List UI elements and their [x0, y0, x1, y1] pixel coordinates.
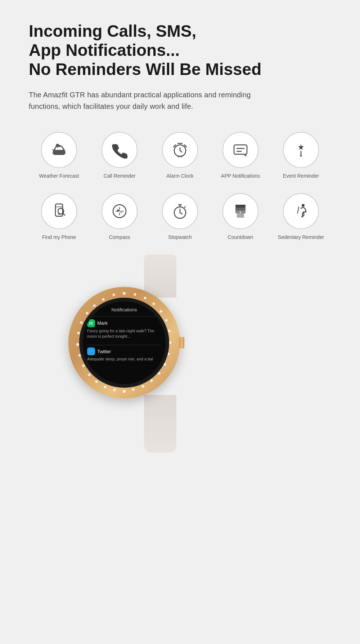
feature-stopwatch: Stopwatch	[151, 193, 209, 240]
svg-point-14	[134, 293, 136, 296]
svg-point-28	[113, 388, 116, 391]
compass-icon	[102, 193, 138, 229]
svg-point-25	[142, 385, 144, 387]
feature-event-reminder: Event Reminder	[272, 132, 330, 179]
svg-point-40	[113, 293, 115, 296]
svg-point-4	[300, 155, 302, 156]
feature-sedentary-reminder: Sedentary Reminder	[272, 193, 330, 240]
svg-point-18	[165, 319, 168, 321]
svg-point-27	[123, 390, 126, 393]
svg-point-1	[56, 144, 59, 147]
notification-item-1: ✉ Mark Fancy going for a late-night walk…	[87, 319, 161, 339]
watch-screen: Notifications ✉ Mark Fancy going for a l…	[83, 301, 166, 384]
call-reminder-label: Call Reminder	[104, 173, 136, 179]
feature-compass: Compass	[91, 193, 148, 240]
feature-app-notifications: APP Notifications	[212, 132, 269, 179]
alarm-clock-label: Alarm Clock	[166, 173, 193, 179]
call-reminder-icon	[102, 132, 138, 168]
headline-line2: App Notifications...	[29, 41, 180, 59]
stopwatch-icon	[162, 193, 198, 229]
svg-point-10	[180, 205, 181, 206]
svg-point-15	[144, 297, 147, 299]
svg-point-26	[132, 388, 135, 391]
svg-point-23	[158, 372, 161, 374]
feature-call-reminder: Call Reminder	[91, 132, 148, 179]
svg-point-17	[160, 310, 162, 312]
twitter-icon: 🐦	[87, 347, 95, 355]
svg-point-32	[82, 364, 85, 367]
svg-rect-3	[234, 145, 247, 154]
wechat-icon: ✉	[87, 319, 95, 327]
features-row-2: Find my Phone Compass	[29, 193, 331, 240]
headline: Incoming Calls, SMS, App Notifications..…	[29, 22, 331, 79]
weather-forecast-label: Weather Forecast	[39, 173, 79, 179]
feature-alarm-clock: Alarm Clock	[151, 132, 209, 179]
feature-weather-forecast: Weather Forecast	[30, 132, 88, 179]
event-reminder-label: Event Reminder	[283, 173, 319, 179]
stopwatch-label: Stopwatch	[168, 234, 192, 240]
svg-point-37	[86, 312, 89, 314]
notif-message-1: Fancy going for a late-night walk? The m…	[87, 328, 161, 339]
svg-point-19	[168, 329, 171, 332]
headline-line1: Incoming Calls, SMS,	[29, 22, 196, 40]
notif-message-2: Adequate sleep, prope rise, and a bal	[87, 356, 161, 362]
find-my-phone-label: Find my Phone	[42, 234, 76, 240]
find-my-phone-icon	[41, 193, 77, 229]
sedentary-reminder-icon	[283, 193, 319, 229]
notif-header-2: 🐦 Twitter	[87, 347, 161, 355]
alarm-clock-icon	[162, 132, 198, 168]
feature-find-my-phone: Find my Phone	[30, 193, 88, 240]
notif-sender-1: Mark	[97, 320, 108, 326]
watch-screen-outer: Notifications ✉ Mark Fancy going for a l…	[79, 298, 169, 388]
svg-point-8	[113, 205, 126, 218]
description-text: The Amazfit GTR has abundant practical a…	[29, 89, 281, 112]
svg-point-24	[150, 379, 153, 382]
svg-point-29	[104, 386, 107, 388]
feature-countdown: Countdown	[212, 193, 269, 240]
watch-strap-bottom	[144, 395, 176, 453]
compass-label: Compass	[109, 234, 130, 240]
app-notifications-label: APP Notifications	[221, 173, 260, 179]
notif-divider	[87, 345, 161, 345]
svg-point-38	[93, 304, 96, 307]
svg-point-30	[95, 380, 98, 383]
svg-rect-11	[235, 205, 246, 208]
svg-point-39	[102, 298, 105, 301]
svg-point-13	[123, 292, 126, 295]
svg-point-35	[77, 332, 80, 334]
event-reminder-icon	[283, 132, 319, 168]
watch-case: Notifications ✉ Mark Fancy going for a l…	[68, 287, 180, 399]
watch-crown	[179, 337, 184, 348]
watch-container: Notifications ✉ Mark Fancy going for a l…	[104, 254, 256, 453]
app-notifications-icon	[222, 132, 258, 168]
svg-point-12	[302, 204, 305, 207]
svg-point-16	[153, 302, 155, 305]
sedentary-reminder-label: Sedentary Reminder	[278, 234, 324, 240]
notif-sender-2: Twitter	[97, 349, 111, 354]
headline-line3: No Reminders Will Be Missed	[29, 60, 261, 79]
countdown-icon	[222, 193, 258, 229]
countdown-label: Countdown	[228, 234, 253, 240]
svg-point-31	[88, 373, 91, 376]
svg-point-34	[76, 343, 79, 346]
features-row-1: Weather Forecast Call Reminder	[29, 132, 331, 179]
notification-item-2: 🐦 Twitter Adequate sleep, prope rise, an…	[87, 347, 161, 362]
watch-screen-title: Notifications	[87, 307, 161, 312]
weather-forecast-icon	[41, 132, 77, 168]
notif-header-1: ✉ Mark	[87, 319, 161, 327]
watch-section: Notifications ✉ Mark Fancy going for a l…	[29, 254, 331, 453]
svg-rect-0	[53, 150, 66, 155]
page: Incoming Calls, SMS, App Notifications..…	[0, 0, 360, 481]
svg-point-36	[80, 321, 83, 324]
